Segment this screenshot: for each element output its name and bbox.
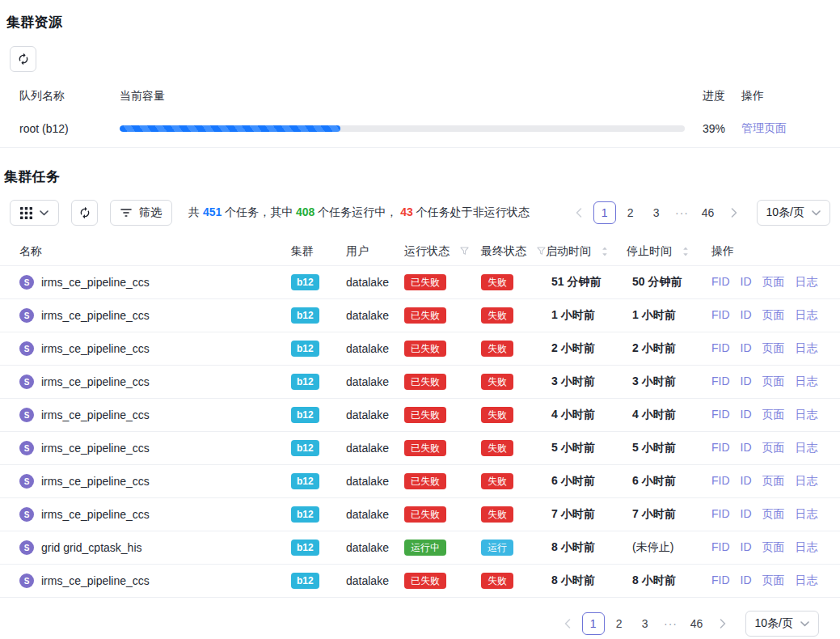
pagination-page-3[interactable]: 3 (645, 201, 668, 224)
action-log-link[interactable]: 日志 (796, 573, 818, 588)
page-size-label: 10条/页 (755, 616, 793, 631)
action-log-link[interactable]: 日志 (796, 474, 818, 489)
filter-funnel-icon[interactable] (460, 247, 469, 256)
action-fid-link[interactable]: FID (711, 507, 730, 522)
action-page-link[interactable]: 页面 (762, 507, 785, 522)
action-fid-link[interactable]: FID (711, 375, 730, 389)
action-fid-link[interactable]: FID (711, 341, 730, 356)
action-log-link[interactable]: 日志 (796, 341, 818, 356)
action-log-link[interactable]: 日志 (796, 507, 818, 522)
avatar: S (19, 375, 34, 389)
final-status-tag: 失败 (481, 473, 513, 489)
stop-time-cell: 1 小时前 (627, 308, 711, 323)
pagination-page-46[interactable]: 46 (686, 612, 708, 635)
pagination-prev-icon[interactable] (556, 612, 579, 635)
action-id-link[interactable]: ID (741, 308, 752, 323)
pagination-page-2[interactable]: 2 (619, 201, 642, 224)
action-id-link[interactable]: ID (741, 375, 752, 389)
run-status-tag: 已失败 (404, 407, 446, 423)
action-log-link[interactable]: 日志 (796, 275, 818, 290)
action-page-link[interactable]: 页面 (762, 408, 785, 422)
stop-time-cell: 4 小时前 (627, 408, 711, 422)
final-status-tag: 失败 (481, 341, 513, 357)
summary-total-count: 451 (203, 205, 222, 218)
user-cell: datalake (346, 442, 404, 455)
final-status-tag: 失败 (481, 374, 513, 390)
action-fid-link[interactable]: FID (711, 308, 730, 323)
action-fid-link[interactable]: FID (711, 540, 730, 555)
start-time-cell: 1 小时前 (546, 308, 627, 323)
actions-cell: FIDID页面日志 (711, 408, 821, 422)
sort-icon[interactable] (602, 247, 608, 256)
progress-track (120, 125, 685, 132)
chevron-down-icon (800, 621, 809, 627)
page-size-select[interactable]: 10条/页 (757, 200, 830, 226)
action-log-link[interactable]: 日志 (796, 408, 818, 422)
cluster-tag: b12 (291, 407, 319, 423)
action-fid-link[interactable]: FID (711, 275, 730, 290)
action-id-link[interactable]: ID (741, 573, 752, 588)
action-id-link[interactable]: ID (741, 474, 752, 489)
chevron-down-icon (40, 210, 49, 216)
filter-funnel-icon[interactable] (537, 247, 546, 256)
action-log-link[interactable]: 日志 (796, 441, 818, 455)
pagination-ellipsis[interactable]: ··· (660, 617, 682, 630)
column-settings-button[interactable] (10, 200, 59, 226)
action-fid-link[interactable]: FID (711, 573, 730, 588)
action-log-link[interactable]: 日志 (796, 540, 818, 555)
avatar: S (19, 540, 34, 555)
action-page-link[interactable]: 页面 (762, 441, 785, 455)
task-name: irms_ce_pipeline_ccs (41, 475, 150, 488)
action-page-link[interactable]: 页面 (762, 308, 785, 323)
run-status-tag: 已失败 (404, 341, 446, 357)
pagination-page-46[interactable]: 46 (697, 201, 720, 224)
pagination-ellipsis[interactable]: ··· (671, 206, 694, 219)
stop-time-cell: (未停止) (627, 540, 711, 555)
queue-table-header: 队列名称 当前容量 进度 操作 (0, 83, 840, 109)
pagination-page-3[interactable]: 3 (634, 612, 656, 635)
action-id-link[interactable]: ID (741, 341, 752, 356)
user-cell: datalake (346, 342, 404, 355)
action-page-link[interactable]: 页面 (762, 474, 785, 489)
avatar: S (19, 474, 34, 489)
action-page-link[interactable]: 页面 (762, 341, 785, 356)
grid-icon (20, 207, 32, 219)
action-log-link[interactable]: 日志 (796, 375, 818, 389)
refresh-resources-button[interactable] (10, 46, 36, 72)
actions-cell: FIDID页面日志 (711, 573, 821, 588)
pagination-next-icon[interactable] (723, 201, 745, 224)
capacity-progress-bar (120, 125, 685, 132)
action-fid-link[interactable]: FID (711, 408, 730, 422)
user-cell: datalake (346, 375, 404, 388)
manage-page-link[interactable]: 管理页面 (741, 121, 787, 134)
stop-time-cell: 2 小时前 (627, 341, 711, 356)
pagination-prev-icon[interactable] (568, 201, 590, 224)
run-status-tag: 已失败 (404, 274, 446, 290)
sort-icon[interactable] (682, 247, 689, 256)
pagination-page-1[interactable]: 1 (582, 612, 605, 635)
action-log-link[interactable]: 日志 (796, 308, 818, 323)
action-fid-link[interactable]: FID (711, 441, 730, 455)
cluster-tag: b12 (291, 506, 319, 523)
action-page-link[interactable]: 页面 (762, 573, 785, 588)
action-fid-link[interactable]: FID (711, 474, 730, 489)
pagination-next-icon[interactable] (711, 612, 734, 635)
avatar: S (19, 573, 34, 588)
col-action: 操作 (741, 89, 821, 104)
table-row: S irms_ce_pipeline_ccs b12 datalake 已失败 … (0, 332, 840, 366)
action-id-link[interactable]: ID (741, 275, 752, 290)
start-time-cell: 4 小时前 (546, 408, 627, 422)
action-id-link[interactable]: ID (741, 540, 752, 555)
filter-button[interactable]: 筛选 (110, 200, 172, 226)
action-page-link[interactable]: 页面 (762, 275, 785, 290)
page-size-select[interactable]: 10条/页 (745, 611, 819, 637)
pagination-page-2[interactable]: 2 (608, 612, 631, 635)
action-id-link[interactable]: ID (741, 507, 752, 522)
action-id-link[interactable]: ID (741, 441, 752, 455)
action-page-link[interactable]: 页面 (762, 540, 785, 555)
pagination-page-1[interactable]: 1 (593, 201, 616, 224)
refresh-tasks-button[interactable] (71, 200, 98, 226)
task-name: irms_ce_pipeline_ccs (41, 309, 150, 322)
action-page-link[interactable]: 页面 (762, 375, 785, 389)
action-id-link[interactable]: ID (741, 408, 752, 422)
